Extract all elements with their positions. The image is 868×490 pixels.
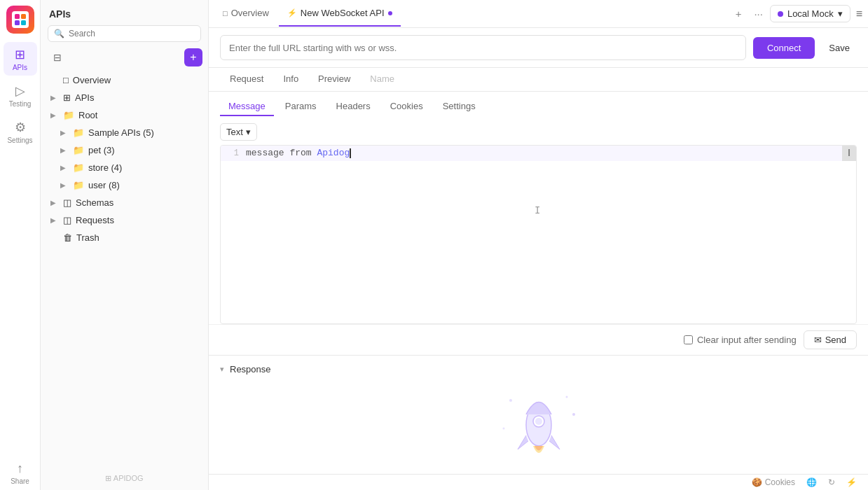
svg-rect-1	[21, 14, 26, 19]
rocket-illustration	[497, 386, 581, 470]
request-tabs: Request Info Preview Name	[209, 68, 868, 92]
response-chevron-icon: ▾	[220, 365, 224, 374]
svg-point-7	[572, 413, 575, 416]
filter-button[interactable]: ⊟	[48, 48, 67, 67]
svg-rect-3	[21, 20, 26, 25]
sub-tab-headers[interactable]: Headers	[328, 97, 379, 116]
root-icon: 📁	[63, 110, 74, 120]
clear-input-checkbox[interactable]	[684, 335, 693, 344]
tree-item-schemas[interactable]: ▶ ◫ Schemas	[41, 194, 208, 211]
pet-icon: 📁	[73, 145, 84, 155]
nav-item-testing[interactable]: ▷ Testing	[4, 78, 37, 112]
tab-overview[interactable]: □ Overview	[214, 1, 277, 27]
requests-icon: ◫	[63, 215, 71, 225]
tree-item-overview[interactable]: □ Overview	[41, 71, 208, 89]
send-icon: ✉	[814, 335, 822, 345]
tree-item-user[interactable]: ▶ 📁 user (8)	[41, 176, 208, 194]
env-chevron-icon: ▾	[838, 8, 843, 19]
apis-icon: ⊞	[15, 47, 25, 62]
connect-button[interactable]: Connect	[753, 37, 815, 59]
cookies-status[interactable]: 🍪 Cookies	[752, 477, 795, 487]
scroll-indicator: |	[842, 146, 856, 161]
tree-header: APIs	[41, 0, 208, 25]
tree-item-root[interactable]: ▶ 📁 Root	[41, 106, 208, 124]
send-button[interactable]: ✉ Send	[804, 330, 857, 349]
editor-cursor-center: I	[221, 161, 856, 259]
req-tab-name[interactable]: Name	[360, 68, 404, 91]
add-button[interactable]: +	[184, 48, 202, 66]
line-content-1: message from Apidog	[246, 146, 856, 161]
cookies-icon: 🍪	[752, 477, 762, 487]
response-label: Response	[230, 364, 271, 374]
requests-chevron: ▶	[50, 216, 59, 224]
menu-icon[interactable]: ≡	[856, 8, 862, 20]
tree-item-requests[interactable]: ▶ ◫ Requests	[41, 211, 208, 229]
websocket-tab-icon: ⚡	[287, 8, 297, 18]
main-content: □ Overview ⚡ New WebSocket API + ··· Loc…	[209, 0, 868, 490]
app-logo-icon	[12, 11, 29, 28]
bolt-icon: ⚡	[846, 477, 857, 487]
pet-chevron: ▶	[60, 146, 69, 154]
svg-text:I: I	[535, 205, 540, 216]
tree-item-trash[interactable]: 🗑 Trash	[41, 229, 208, 246]
tree-title: APIs	[49, 8, 200, 20]
tab-unsaved-dot	[388, 11, 392, 15]
svg-point-8	[502, 428, 504, 430]
sub-tab-params[interactable]: Params	[277, 97, 325, 116]
search-bar: 🔍	[48, 25, 201, 42]
more-tabs-button[interactable]: ···	[748, 5, 769, 22]
code-line-1: 1 message from Apidog |	[221, 146, 856, 161]
req-tab-preview[interactable]: Preview	[308, 68, 360, 91]
nav-item-settings[interactable]: ⚙ Settings	[4, 115, 37, 148]
env-selector[interactable]: Local Mock ▾	[770, 5, 850, 22]
root-chevron: ▶	[50, 111, 59, 119]
svg-rect-2	[15, 20, 20, 25]
sub-tab-message[interactable]: Message	[220, 97, 274, 116]
trash-icon: 🗑	[63, 232, 72, 243]
nav-item-share[interactable]: ↑ Share	[4, 456, 37, 490]
search-input[interactable]	[69, 29, 195, 38]
tab-new-websocket[interactable]: ⚡ New WebSocket API	[279, 1, 401, 27]
refresh-status[interactable]: ↻	[828, 477, 835, 487]
url-input[interactable]	[220, 35, 746, 60]
globe-status[interactable]: 🌐	[806, 477, 817, 487]
code-editor[interactable]: 1 message from Apidog | I	[220, 145, 857, 324]
type-selector[interactable]: Text ▾	[220, 123, 257, 141]
user-chevron: ▶	[60, 181, 69, 189]
tree-item-apis[interactable]: ▶ ⊞ APIs	[41, 89, 208, 106]
response-section: ▾ Response	[209, 355, 868, 474]
req-tab-request[interactable]: Request	[220, 68, 273, 91]
text-cursor	[350, 148, 351, 158]
save-button[interactable]: Save	[822, 38, 857, 57]
testing-icon: ▷	[15, 83, 25, 99]
sub-tab-cookies[interactable]: Cookies	[382, 97, 432, 116]
overview-tab-icon: □	[223, 9, 228, 18]
add-tab-button[interactable]: +	[730, 5, 748, 22]
store-icon: 📁	[73, 162, 84, 173]
svg-point-11	[535, 418, 542, 425]
sub-tab-settings[interactable]: Settings	[434, 97, 484, 116]
status-bar: 🍪 Cookies 🌐 ↻ ⚡	[209, 474, 868, 490]
sample-icon: 📁	[73, 127, 84, 138]
apis-folder-icon: ⊞	[63, 92, 71, 103]
bolt-status[interactable]: ⚡	[846, 477, 857, 487]
search-icon: 🔍	[54, 29, 64, 38]
nav-item-apis[interactable]: ⊞ APIs	[4, 42, 37, 76]
response-header[interactable]: ▾ Response	[209, 356, 868, 383]
env-status-dot	[778, 11, 783, 17]
tree-item-pet[interactable]: ▶ 📁 pet (3)	[41, 141, 208, 159]
app-logo[interactable]	[6, 6, 34, 34]
refresh-icon: ↻	[828, 477, 835, 487]
tree-item-store[interactable]: ▶ 📁 store (4)	[41, 159, 208, 176]
schemas-chevron: ▶	[50, 199, 59, 206]
editor-toolbar: Text ▾	[220, 123, 857, 141]
settings-icon: ⚙	[15, 120, 26, 135]
clear-checkbox-area: Clear input after sending	[684, 335, 797, 345]
svg-rect-0	[15, 14, 20, 19]
tree-toolbar: ⊟ +	[41, 48, 208, 71]
schemas-icon: ◫	[63, 197, 71, 208]
tree-item-sample-apis[interactable]: ▶ 📁 Sample APIs (5)	[41, 124, 208, 141]
tree-bottom: ⊞ APIDOG	[41, 467, 208, 490]
req-tab-info[interactable]: Info	[273, 68, 308, 91]
header-right: Local Mock ▾ ≡	[770, 5, 862, 22]
